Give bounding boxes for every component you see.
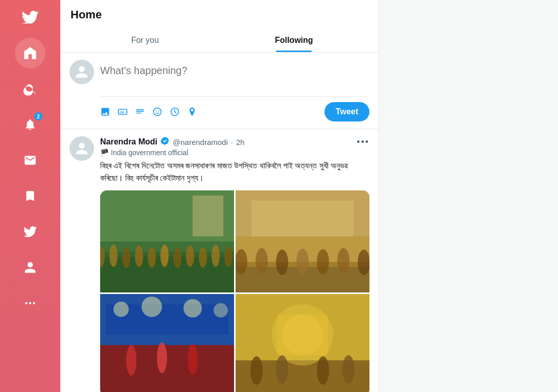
page-header: Home For you Following (60, 0, 379, 53)
svg-point-46 (188, 344, 198, 375)
svg-point-17 (160, 244, 169, 267)
svg-point-40 (113, 302, 129, 317)
right-panel (379, 0, 558, 392)
svg-rect-55 (277, 314, 328, 355)
sidebar-item-notifications[interactable]: 2 (15, 109, 45, 140)
svg-point-6 (156, 110, 157, 111)
svg-point-45 (157, 342, 167, 373)
tweet-image-3[interactable] (100, 294, 234, 392)
svg-point-31 (296, 249, 309, 274)
twitter-logo[interactable] (21, 9, 39, 26)
sidebar-item-home[interactable] (15, 38, 45, 68)
svg-point-5 (154, 108, 161, 116)
sidebar-item-messages[interactable] (15, 145, 45, 176)
svg-point-33 (337, 248, 350, 274)
tweet-more-button[interactable]: ••• (357, 137, 369, 148)
gov-label: India government official (111, 149, 189, 157)
compose-input[interactable] (100, 60, 369, 96)
svg-point-1 (29, 302, 31, 304)
svg-point-22 (224, 247, 232, 267)
svg-point-53 (317, 356, 329, 385)
compose-right: GIF (100, 60, 369, 121)
tweet-image-2[interactable] (236, 190, 369, 292)
image-icon[interactable] (100, 107, 110, 117)
svg-point-30 (276, 250, 288, 275)
svg-point-2 (33, 302, 35, 304)
tab-following[interactable]: Following (220, 29, 369, 52)
svg-point-44 (126, 345, 136, 376)
compose-toolbar: GIF (100, 96, 369, 121)
svg-point-52 (276, 355, 288, 384)
svg-point-54 (342, 355, 355, 384)
tweet-text: বিহুৰ এই বিশেষ দিনেটোত অসমৰ জনসাধাৰণৰ মা… (100, 160, 369, 184)
schedule-icon[interactable] (170, 107, 180, 117)
tweet-author-name: Narendra Modi (100, 137, 157, 146)
poll-icon[interactable] (135, 107, 145, 117)
page-title: Home (71, 8, 368, 21)
tweet-time: · (231, 138, 233, 146)
svg-point-34 (358, 250, 369, 275)
tweet-card: Narendra Modi @narendramodi · 2h ••• 🏴 I… (60, 129, 379, 392)
svg-point-28 (236, 249, 247, 275)
sidebar-item-twitter-blue[interactable] (15, 216, 45, 247)
user-avatar (69, 60, 94, 84)
gov-badge: 🏴 India government official (100, 149, 369, 157)
tweet-image-4[interactable] (236, 294, 369, 392)
sidebar-item-more[interactable] (15, 288, 45, 318)
tweet-author-avatar (69, 136, 94, 161)
tweet-meta: Narendra Modi @narendramodi · 2h (100, 136, 245, 148)
tweet-image-1[interactable] (100, 190, 234, 292)
svg-point-21 (212, 244, 220, 267)
svg-point-20 (199, 247, 207, 267)
tweet-author-handle: @narendramodi (173, 138, 228, 146)
svg-point-19 (186, 246, 194, 267)
svg-point-14 (122, 248, 130, 268)
svg-point-13 (109, 244, 118, 267)
sidebar: 2 (0, 0, 60, 392)
tweet-timestamp: 2h (236, 138, 245, 146)
svg-point-15 (135, 246, 143, 267)
svg-point-7 (158, 110, 159, 111)
sidebar-item-bookmarks[interactable] (15, 181, 45, 211)
svg-point-32 (317, 249, 329, 275)
svg-rect-24 (193, 195, 223, 236)
compose-area: GIF (60, 53, 379, 129)
tweet-header: Narendra Modi @narendramodi · 2h ••• (100, 136, 369, 148)
emoji-icon[interactable] (152, 107, 162, 117)
location-icon[interactable] (187, 107, 197, 117)
svg-point-51 (250, 356, 263, 385)
verified-badge (160, 136, 170, 148)
main-content: Home For you Following (60, 0, 379, 392)
tab-for-you[interactable]: For you (71, 29, 220, 52)
svg-point-18 (173, 248, 181, 268)
svg-point-42 (183, 299, 202, 317)
svg-rect-38 (100, 345, 234, 392)
svg-point-16 (148, 247, 156, 267)
gif-icon[interactable]: GIF (118, 107, 128, 117)
tweet-content: Narendra Modi @narendramodi · 2h ••• 🏴 I… (100, 136, 369, 392)
sidebar-item-profile[interactable] (15, 252, 45, 283)
svg-point-41 (142, 297, 162, 317)
notification-badge: 2 (34, 112, 42, 120)
svg-point-29 (255, 248, 268, 274)
tweet-button[interactable]: Tweet (324, 102, 369, 121)
svg-text:GIF: GIF (120, 111, 125, 114)
svg-point-0 (25, 302, 27, 304)
tabs-bar: For you Following (71, 29, 368, 52)
tweet-images (100, 190, 369, 392)
flag-icon: 🏴 (100, 149, 109, 157)
sidebar-item-search[interactable] (15, 74, 45, 104)
svg-rect-35 (251, 201, 354, 236)
svg-point-43 (214, 303, 228, 317)
